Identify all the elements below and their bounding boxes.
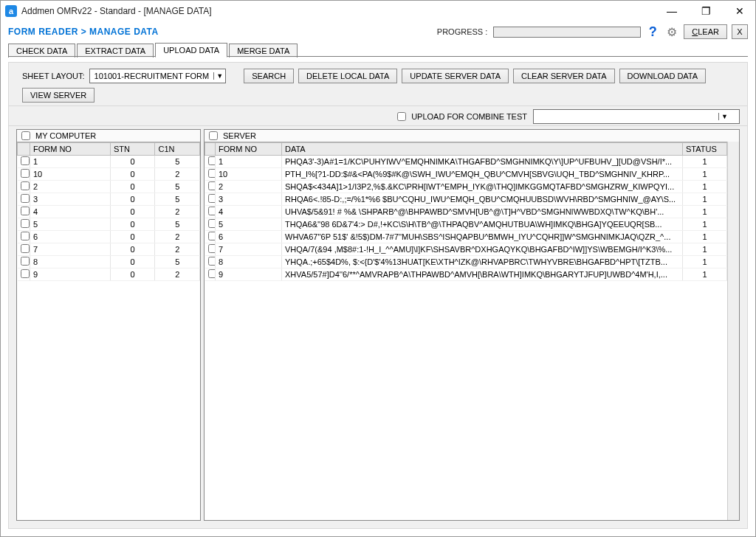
col-form-no[interactable]: FORM NO [30,143,110,156]
server-grid[interactable]: FORM NO DATA STATUS 1PHQA3'-3)A#1=1/KC\P… [205,142,727,520]
cell-form-no: 6 [30,231,110,243]
server-title: SERVER [223,131,256,140]
col-form-no[interactable]: FORM NO [216,143,282,156]
table-row[interactable]: 4UHVA$/5&91! # %& \SHPARB^@\BHPAWBD^SMVH… [205,206,727,218]
col-status[interactable]: STATUS [683,143,727,156]
row-checkbox[interactable] [21,156,30,165]
col-c1n[interactable]: C1N [155,143,200,156]
cell-data: PHQA3'-3)A#1=1/KC\PUHYIWV^EMQHNIMKA\THGA… [282,156,683,168]
table-row[interactable]: 6WHVA67''6P 51$' &!5$)DM-7#7''MUH\SBS^IS… [205,231,727,243]
table-row[interactable]: 7VHQA/7(&94 ,M$8#:1-!H_I_^^AMU]\I]KF\SHS… [205,243,727,256]
help-icon[interactable]: ? [645,24,660,39]
table-row[interactable]: 1002 [18,168,200,181]
app-icon: a [5,5,17,17]
cell-data: RHQA6<.!85-D:,;=/%1*%6 $BU^CQHU_IWU^EMQH… [282,193,683,206]
cell-data: WHVA67''6P 51$' &!5$)DM-7#7''MUH\SBS^ISH… [282,231,683,243]
row-checkbox[interactable] [21,232,30,240]
vertical-scrollbar[interactable] [727,142,739,520]
row-checkbox[interactable] [208,244,216,253]
cell-form-no: 5 [216,218,282,231]
view-server-button[interactable]: VIEW SERVER [22,88,94,103]
cell-c1n: 2 [155,243,200,256]
col-data[interactable]: DATA [282,143,683,156]
my-computer-select-all[interactable] [21,131,32,140]
minimize-button[interactable]: — [661,4,683,18]
close-button[interactable]: ✕ [729,4,751,18]
col-stn[interactable]: STN [110,143,155,156]
cell-form-no: 3 [30,193,110,206]
row-checkbox[interactable] [21,181,30,190]
clear-button[interactable]: CLEAR [684,24,727,39]
upload-for-combine-test-checkbox[interactable]: UPLOAD FOR COMBINE TEST [397,112,527,121]
my-computer-grid[interactable]: FORM NO STN C1N 105100220530540250560270… [17,142,200,520]
row-checkbox[interactable] [208,156,216,165]
download-data-button[interactable]: DOWNLOAD DATA [619,69,707,83]
maximize-button[interactable]: ❐ [695,4,717,18]
row-checkbox[interactable] [208,269,216,278]
row-checkbox[interactable] [21,194,30,203]
search-button[interactable]: SEARCH [244,69,294,83]
combine-test-combo[interactable]: ▼ [533,109,740,124]
my-computer-pane: MY COMPUTER FORM NO STN C1N 105100220530… [16,129,201,521]
table-row[interactable]: 3RHQA6<.!85-D:,;=/%1*%6 $BU^CQHU_IWU^EMQ… [205,193,727,206]
table-row[interactable]: 902 [18,268,200,281]
row-checkbox[interactable] [208,207,216,215]
delete-local-data-button[interactable]: DELETE LOCAL DATA [298,69,397,83]
clear-server-data-button[interactable]: CLEAR SERVER DATA [513,69,615,83]
table-row[interactable]: 702 [18,243,200,256]
cell-c1n: 2 [155,206,200,218]
table-row[interactable]: 10PTH_I%[?1-DD:$#&<PA(%9$#K@\SWH_IWU^EMQ… [205,168,727,181]
cell-stn: 0 [110,156,155,168]
sheet-layout-label: SHEET LAYOUT: [22,72,85,80]
cell-form-no: 1 [216,156,282,168]
table-row[interactable]: 5THQA6&''98 6D&7'4:> D#,!+KC\S\H\TB^@\TH… [205,218,727,231]
row-checkbox[interactable] [208,194,216,203]
table-row[interactable]: 602 [18,231,200,243]
chevron-down-icon: ▼ [213,72,225,80]
window-title: Addmen OMRv22 - Standard - [MANAGE DATA] [21,6,661,16]
row-checkbox[interactable] [21,269,30,278]
table-row[interactable]: 505 [18,218,200,231]
row-checkbox[interactable] [208,219,216,228]
titlebar: a Addmen OMRv22 - Standard - [MANAGE DAT… [1,1,755,21]
cell-stn: 0 [110,193,155,206]
cell-status: 1 [683,156,727,168]
row-checkbox[interactable] [21,257,30,266]
row-checkbox[interactable] [208,232,216,240]
server-select-all[interactable] [209,131,220,140]
table-row[interactable]: 205 [18,181,200,193]
breadcrumb: FORM READER > MANAGE DATA [8,27,437,37]
table-row[interactable]: 1PHQA3'-3)A#1=1/KC\PUHYIWV^EMQHNIMKA\THG… [205,156,727,168]
sheet-layout-combo[interactable]: 101001-RECRUITMENT FORM ▼ [89,69,227,83]
cell-form-no: 4 [216,206,282,218]
cell-stn: 0 [110,168,155,181]
table-row[interactable]: 105 [18,156,200,168]
update-server-data-button[interactable]: UPDATE SERVER DATA [402,69,509,83]
row-checkbox[interactable] [208,181,216,190]
table-row[interactable]: 9XHVA5/57#]D4''6/**^AMVRAPB^A\THPAWBD^AM… [205,268,727,281]
cell-status: 1 [683,206,727,218]
cell-form-no: 6 [216,231,282,243]
table-row[interactable]: 8YHQA.;+65$4D%, $:<{D'$'4%13HUAT[KE\XTH^… [205,256,727,268]
table-row[interactable]: 2SHQA$<434A]1>1/I3P2,%$.&KC\PRH[IWT^EMPH… [205,181,727,193]
close-panel-button[interactable]: X [732,24,748,39]
cell-status: 1 [683,181,727,193]
row-checkbox[interactable] [208,257,216,266]
cell-form-no: 9 [216,268,282,281]
row-checkbox[interactable] [21,219,30,228]
table-row[interactable]: 402 [18,206,200,218]
gear-icon[interactable]: ⚙ [664,24,679,39]
cell-c1n: 2 [155,231,200,243]
row-checkbox[interactable] [21,244,30,253]
row-checkbox[interactable] [208,169,216,178]
row-checkbox[interactable] [21,169,30,178]
table-row[interactable]: 805 [18,256,200,268]
row-checkbox[interactable] [21,207,30,215]
sheet-layout-value: 101001-RECRUITMENT FORM [90,72,214,80]
cell-status: 1 [683,168,727,181]
cell-form-no: 3 [216,193,282,206]
table-row[interactable]: 305 [18,193,200,206]
cell-status: 1 [683,256,727,268]
tab-upload-data[interactable]: UPLOAD DATA [155,43,227,58]
cell-form-no: 2 [216,181,282,193]
